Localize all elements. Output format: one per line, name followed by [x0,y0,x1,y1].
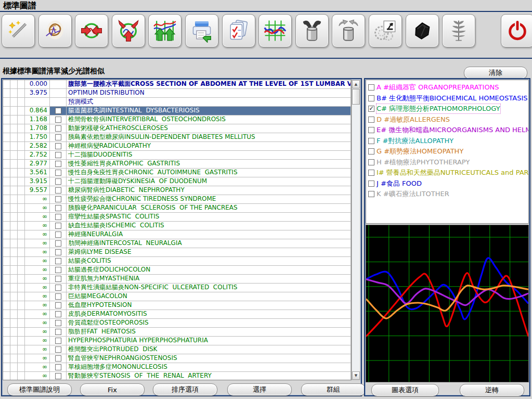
row-checkbox[interactable] [55,267,61,273]
table-row[interactable]: 2.752十二指腸DUODENITIS [3,151,351,160]
table-row[interactable]: ∞腎動脈狹窄STENOSIS OF THE RENAL ARTERY [3,372,351,380]
category-checkbox[interactable] [368,138,374,144]
scroll-thumb[interactable] [352,89,360,105]
category-item-d[interactable]: D #過敏原ALLERGENS [366,114,528,125]
table-row[interactable]: ∞結腸過長症DOLICHOCOLON [3,266,351,275]
row-checkbox[interactable] [55,311,61,317]
category-checkbox[interactable] [368,159,374,165]
row-checkbox[interactable] [55,285,61,291]
select-button[interactable]: 選擇 [227,383,292,396]
table-row[interactable]: 2.582神經根病變RADICULOPATHY [3,142,351,151]
table-row[interactable]: ∞HYPERPHOSPHATURIA HYPERPHOSPHATURIA [3,337,351,345]
table-row[interactable]: ∞結腸炎COLITIS [3,257,351,266]
table-row[interactable]: 1.168椎間骨軟骨病INTERVERTIBRAL OSTEOCHONDROSI… [3,115,351,124]
row-checkbox[interactable] [55,223,61,229]
etalon-out-button[interactable] [332,14,365,47]
scroll-down-button[interactable]: ▼ [352,371,360,380]
row-checkbox[interactable] [55,355,61,362]
clear-button[interactable]: 清除 [464,67,527,79]
row-checkbox[interactable] [55,231,61,238]
row-checkbox[interactable] [55,187,61,194]
table-row[interactable]: 2.977慢性萎縮性胃炎ATROPHIC GASTRITIS [3,160,351,169]
print-button[interactable] [185,14,218,47]
category-checkbox[interactable] [368,95,374,101]
row-checkbox[interactable] [55,125,61,132]
row-checkbox[interactable] [55,249,61,255]
graph-button[interactable] [258,14,292,47]
invert-button[interactable]: 逆轉 [460,384,524,396]
table-row[interactable]: ∞單核細胞增多症MONONUCLEOSIS [3,363,351,372]
row-checkbox[interactable] [55,338,61,344]
row-checkbox[interactable] [55,170,61,176]
category-item-k[interactable]: K #礦石療法LITOTHER [366,189,528,200]
row-checkbox[interactable] [55,320,61,326]
category-item-g[interactable]: G #順勢療法HOMEOPATHY [366,146,528,157]
table-row[interactable]: 預測模式 [3,98,351,107]
table-row[interactable]: 9.557糖尿病腎病性DIABETIC NEPHROPATHY [3,186,351,195]
etalon-in-button[interactable] [295,14,329,47]
table-row[interactable]: 3.975OPTIMUM DISTRIBUTION [3,89,351,98]
table-row[interactable]: ∞痙攣性結腸炎SPASTIC COLITIS [3,213,351,222]
row-checkbox[interactable] [55,108,61,114]
table-row[interactable]: 3.915十二指腸運動障礙DYSKINESIA OF DUODENUM [3,177,351,186]
category-checkbox[interactable]: ✓ [368,106,374,112]
category-item-a[interactable]: A #組織器官 ORGANOPREPARATIONS [366,82,528,93]
table-row[interactable]: ∞慢性疲勞綜合徵CHRONIC TIREDNESS SYNDROME [3,195,351,204]
plant-button[interactable] [442,14,475,47]
table-row[interactable]: ∞低血壓HYPOTENSION [3,301,351,310]
table-row[interactable]: ∞腎血管狹窄NEPHROANGIOSTENOSIS [3,354,351,363]
compare-spectra-button[interactable] [75,14,108,47]
row-checkbox[interactable] [55,196,61,202]
table-row[interactable]: ∞皮肌炎DERMATOMYOSITIS [3,310,351,319]
fix-button[interactable]: Fix [80,383,145,396]
scroll-up-button[interactable]: ▲ [352,80,360,88]
magic-wand-button[interactable] [2,14,35,47]
power-button[interactable] [501,14,532,47]
row-checkbox[interactable] [55,302,61,308]
category-item-b[interactable]: B# 生化動態平衡BIOCHEMICAL HOMEOSTASIS [366,93,528,104]
group-button[interactable]: 群組 [301,383,366,396]
row-checkbox[interactable] [55,346,61,353]
row-checkbox[interactable] [55,373,61,379]
chart-options-button[interactable]: 圖表選項 [371,384,439,396]
row-checkbox[interactable] [55,161,61,167]
category-item-j[interactable]: J #食品 FOOD [366,178,528,189]
table-row[interactable]: ∞骨質疏鬆症OSTEOPOROSIS [3,319,351,328]
category-checkbox[interactable] [368,148,374,155]
table-row[interactable]: ∞胰腺硬化PARANICULAR SCLEROSIS OF THE PANCRE… [3,204,351,213]
standard-info-button[interactable]: 標準圖譜說明 [7,383,72,396]
category-checkbox[interactable] [368,170,374,176]
microscope-button[interactable] [369,14,402,47]
category-checkbox[interactable] [368,181,374,187]
row-checkbox[interactable] [55,134,61,140]
table-row[interactable]: ∞神經痛NEURALGIA [3,230,351,239]
category-checkbox[interactable] [368,191,374,197]
table-row[interactable]: ∞非特異性潰瘍結腸炎NON-SPECIFIC ULCERATED COLITIS [3,284,351,292]
category-item-f[interactable]: F #對抗療法ALLOPATHY [366,136,528,147]
table-row[interactable]: ∞巨結腸MEGACOLON [3,292,351,301]
row-checkbox[interactable] [55,240,61,247]
row-checkbox[interactable] [55,293,61,300]
category-checkbox[interactable] [368,117,374,123]
category-checkbox[interactable] [368,84,374,91]
category-item-h[interactable]: H #植物療法PHYTOTHERAPY [366,157,528,168]
sort-options-button[interactable]: 排序選項 [153,383,217,396]
table-row[interactable]: 1.750胰島素依賴型糖尿病INSULIN-DEPENDENT DIABETES… [3,133,351,142]
table-row[interactable]: ∞萊姆病LYME DISEASE [3,248,351,257]
brain-button[interactable] [38,14,72,47]
category-checkbox[interactable] [368,127,374,133]
row-checkbox[interactable] [55,276,61,282]
row-checkbox[interactable] [55,143,61,149]
row-checkbox[interactable] [55,214,61,220]
table-row[interactable]: ∞肋間神經痛INTERCOSTAL NEURALGIA [3,239,351,248]
multi-compare-button[interactable] [112,14,145,47]
row-checkbox[interactable] [55,117,61,123]
vertical-scrollbar[interactable]: ▲ ▼ [352,80,360,380]
row-checkbox[interactable] [55,178,61,185]
category-item-i[interactable]: I# 營養品和天然藥品NUTRICEUTICALS and PAR [366,168,528,178]
row-checkbox[interactable] [55,205,61,211]
table-row[interactable]: 0.864腸道菌群失調INTESTINAL DYSBACTERIOSIS [3,107,351,115]
stone-button[interactable] [406,14,439,47]
table-row[interactable]: 3.561慢性自身免疫性胃炎CHRONIC AUTOIMMUNE GASTRIT… [3,169,351,177]
card-index-button[interactable] [222,14,255,47]
